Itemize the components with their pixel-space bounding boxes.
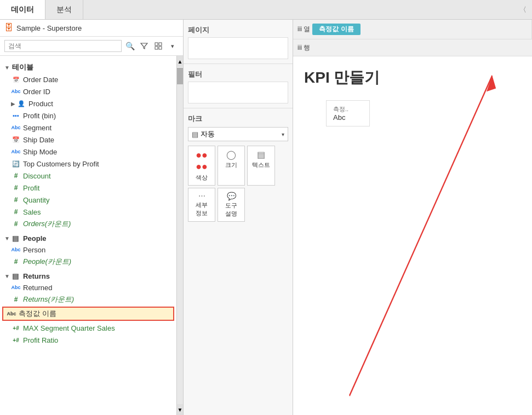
detail-label: 세부 정보 bbox=[196, 201, 208, 217]
measure-card: 측정.. Abc bbox=[326, 100, 370, 126]
field-orders-count[interactable]: # Orders(카운트) bbox=[0, 218, 176, 230]
person-icon: Abc bbox=[11, 245, 21, 254]
filters-drop-zone[interactable] bbox=[188, 82, 288, 103]
tab-collapse-arrow[interactable]: 〈 bbox=[514, 0, 532, 19]
middle-panel: 페이지 필터 마크 ▤ 자동 ▾ ●●●● 색상 bbox=[184, 20, 293, 415]
canvas-title: KPI 만들기 bbox=[304, 67, 380, 88]
svg-marker-5 bbox=[487, 76, 496, 91]
field-person[interactable]: Abc Person bbox=[0, 244, 176, 256]
field-profit[interactable]: # Profit bbox=[0, 182, 176, 194]
profit-ratio-label: Profit Ratio bbox=[23, 336, 58, 344]
returns-label: Returns bbox=[23, 272, 50, 280]
main-layout: 🗄 Sample - Superstore 🔍 ▾ bbox=[0, 20, 532, 415]
svg-rect-2 bbox=[155, 47, 158, 49]
quantity-icon: # bbox=[11, 195, 21, 204]
discount-icon: # bbox=[11, 171, 21, 180]
field-discount[interactable]: # Discount bbox=[0, 170, 176, 182]
filters-label: 필터 bbox=[188, 68, 288, 82]
field-profit-ratio[interactable]: +# Profit Ratio bbox=[0, 334, 176, 346]
segment-label: Segment bbox=[23, 124, 52, 132]
scroll-up-button[interactable]: ▲ bbox=[177, 56, 183, 67]
top-tabs: 데이터 분석 〈 bbox=[0, 0, 532, 20]
measure-card-value: Abc bbox=[333, 113, 363, 122]
returned-label: Returned bbox=[23, 284, 52, 292]
tab-analysis[interactable]: 분석 bbox=[45, 0, 83, 19]
order-id-icon: Abc bbox=[11, 87, 21, 96]
field-returns-count[interactable]: # Returns(카운트) bbox=[0, 293, 176, 306]
detail-icon: ⋯ bbox=[198, 192, 205, 200]
marks-section: 마크 ▤ 자동 ▾ ●●●● 색상 ◯ 크기 ▤ bbox=[184, 108, 293, 226]
tooltip-icon: 💬 bbox=[227, 192, 236, 200]
marks-type-select[interactable]: ▤ 자동 ▾ bbox=[188, 127, 288, 141]
fields-list: ▼ 테이블 📅 Order Date Abc Order ID ▶ 👤 bbox=[0, 56, 176, 415]
orders-count-icon: # bbox=[11, 220, 21, 228]
measure-card-label: 측정.. bbox=[333, 105, 363, 113]
field-returned[interactable]: Abc Returned bbox=[0, 281, 176, 293]
left-panel: 🗄 Sample - Superstore 🔍 ▾ bbox=[0, 20, 184, 415]
text-label: 텍스트 bbox=[252, 161, 270, 169]
fields-scroll-container: ▼ 테이블 📅 Order Date Abc Order ID ▶ 👤 bbox=[0, 56, 183, 415]
shelf-headers: iii 열 측정값 이름 iii 행 bbox=[293, 20, 532, 56]
filter-button[interactable] bbox=[138, 40, 150, 52]
returns-count-icon: # bbox=[11, 295, 21, 304]
field-segment[interactable]: Abc Segment bbox=[0, 122, 176, 134]
detail-button[interactable]: ⋯ 세부 정보 bbox=[188, 188, 215, 222]
field-top-customers[interactable]: 🔄 Top Customers by Profit bbox=[0, 158, 176, 170]
field-ship-mode[interactable]: Abc Ship Mode bbox=[0, 146, 176, 158]
field-people-count[interactable]: # People(카운트) bbox=[0, 256, 176, 268]
order-id-label: Order ID bbox=[23, 88, 50, 96]
field-order-id[interactable]: Abc Order ID bbox=[0, 85, 176, 97]
canvas[interactable]: KPI 만들기 측정.. Abc bbox=[293, 56, 532, 415]
columns-label: iii 열 bbox=[298, 25, 310, 34]
profit-bin-icon: ▪▪▪ bbox=[11, 111, 21, 120]
text-button[interactable]: ▤ 텍스트 bbox=[247, 146, 275, 186]
marks-buttons: ●●●● 색상 ◯ 크기 ▤ 텍스트 ⋯ 세부 정보 bbox=[188, 146, 288, 222]
more-options-button[interactable]: ▾ bbox=[167, 40, 179, 52]
filters-section: 필터 bbox=[184, 64, 293, 108]
marks-dropdown-arrow[interactable]: ▾ bbox=[282, 131, 284, 137]
grid-view-button[interactable] bbox=[152, 40, 164, 52]
pages-drop-zone[interactable] bbox=[188, 37, 288, 59]
ship-date-label: Ship Date bbox=[23, 136, 54, 144]
datasource-name[interactable]: Sample - Superstore bbox=[16, 24, 82, 32]
search-button[interactable]: 🔍 bbox=[124, 40, 136, 52]
columns-section: iii 열 측정값 이름 bbox=[293, 20, 532, 39]
orders-count-label: Orders(카운트) bbox=[23, 219, 71, 229]
tooltip-button[interactable]: 💬 도구 설명 bbox=[218, 188, 245, 222]
scroll-thumb[interactable] bbox=[177, 68, 183, 84]
size-button[interactable]: ◯ 크기 bbox=[218, 146, 245, 186]
people-toggle[interactable]: ▼ bbox=[4, 235, 10, 241]
tab-data[interactable]: 데이터 bbox=[0, 0, 45, 19]
product-label: Product bbox=[28, 100, 53, 108]
field-product[interactable]: ▶ 👤 Product bbox=[0, 97, 176, 109]
people-count-icon: # bbox=[11, 257, 21, 266]
size-label: 크기 bbox=[225, 161, 237, 169]
tables-label: 테이블 bbox=[12, 62, 33, 72]
sales-label: Sales bbox=[23, 208, 41, 216]
svg-rect-3 bbox=[159, 47, 162, 49]
rows-label: iii 행 bbox=[298, 43, 310, 53]
field-ship-date[interactable]: 📅 Ship Date bbox=[0, 134, 176, 146]
field-max-segment[interactable]: +# MAX Segment Quarter Sales bbox=[0, 322, 176, 334]
field-order-date[interactable]: 📅 Order Date bbox=[0, 73, 176, 85]
marks-type-label: 자동 bbox=[201, 129, 279, 139]
field-profit-bin[interactable]: ▪▪▪ Profit (bin) bbox=[0, 109, 176, 122]
measure-names-icon: Abc bbox=[7, 309, 16, 318]
product-expand[interactable]: ▶ bbox=[11, 101, 15, 107]
top-customers-label: Top Customers by Profit bbox=[23, 160, 99, 168]
measure-names-badge[interactable]: 측정값 이름 bbox=[312, 24, 360, 35]
field-sales[interactable]: # Sales bbox=[0, 206, 176, 218]
search-input[interactable] bbox=[4, 40, 122, 52]
returns-section-header: ▼ ▤ Returns bbox=[0, 270, 176, 281]
quantity-label: Quantity bbox=[23, 196, 49, 204]
profit-bin-label: Profit (bin) bbox=[23, 112, 56, 120]
field-quantity[interactable]: # Quantity bbox=[0, 194, 176, 206]
field-measure-names[interactable]: Abc 측정값 이름 bbox=[2, 307, 174, 321]
scroll-down-button[interactable]: ▼ bbox=[177, 404, 183, 415]
tooltip-label: 도구 설명 bbox=[225, 201, 237, 218]
color-button[interactable]: ●●●● 색상 bbox=[188, 146, 215, 186]
pages-section: 페이지 bbox=[184, 20, 293, 64]
returns-toggle[interactable]: ▼ bbox=[4, 273, 10, 279]
tables-toggle[interactable]: ▼ bbox=[4, 65, 10, 71]
size-icon: ◯ bbox=[226, 149, 236, 160]
